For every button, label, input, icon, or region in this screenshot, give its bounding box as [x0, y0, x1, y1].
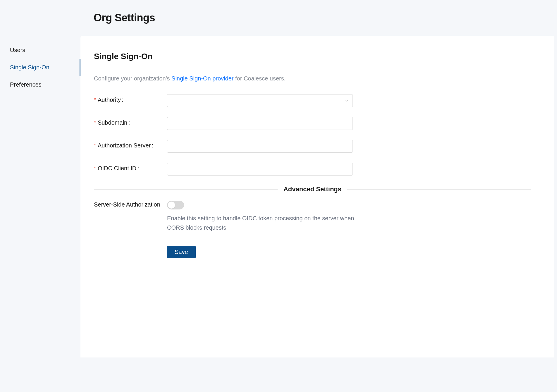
chevron-down-icon [345, 99, 348, 102]
field-control-wrap [167, 140, 353, 153]
server-side-auth-toggle[interactable] [167, 201, 184, 209]
required-indicator: * [94, 120, 96, 125]
sidebar-item-users[interactable]: Users [0, 42, 80, 59]
sso-provider-link[interactable]: Single Sign-On provider [171, 75, 233, 82]
field-label-oidc-client-id: *OIDC Client ID [94, 163, 167, 172]
save-row: Save [94, 246, 531, 258]
label-text: OIDC Client ID [98, 165, 138, 171]
layout-row: Users Single Sign-On Preferences Single … [0, 36, 557, 357]
section-description: Configure your organization's Single Sig… [94, 75, 531, 82]
field-label-authorization-server: *Authorization Server [94, 140, 167, 149]
label-text: Subdomain [98, 119, 129, 126]
sidebar-item-single-sign-on[interactable]: Single Sign-On [0, 59, 80, 76]
sidebar-item-label: Users [10, 47, 25, 53]
sidebar-item-label: Preferences [10, 81, 42, 88]
field-row-authorization-server: *Authorization Server [94, 140, 531, 153]
divider-label: Advanced Settings [278, 185, 347, 193]
label-text: Authorization Server [98, 142, 153, 149]
divider-line-right [347, 189, 531, 190]
save-button[interactable]: Save [167, 246, 196, 258]
field-row-oidc-client-id: *OIDC Client ID [94, 163, 531, 176]
required-indicator: * [94, 97, 96, 103]
divider-line-left [94, 189, 278, 190]
page-title: Org Settings [94, 12, 557, 24]
sso-settings-card: Single Sign-On Configure your organizati… [80, 36, 554, 357]
field-control-wrap [167, 94, 353, 107]
label-text: Authority [98, 97, 123, 103]
required-indicator: * [94, 142, 96, 148]
field-control-wrap [167, 117, 353, 130]
field-label-subdomain: *Subdomain [94, 117, 167, 126]
field-control-wrap: Enable this setting to handle OIDC token… [167, 201, 531, 232]
sidebar-item-preferences[interactable]: Preferences [0, 76, 80, 93]
description-suffix: for Coalesce users. [233, 75, 286, 82]
section-heading: Single Sign-On [94, 52, 531, 61]
authority-select[interactable] [167, 94, 353, 107]
field-row-server-side-auth: Server-Side Authorization Enable this se… [94, 201, 531, 232]
field-row-authority: *Authority [94, 94, 531, 107]
field-label-authority: *Authority [94, 94, 167, 103]
settings-sidebar: Users Single Sign-On Preferences [0, 36, 80, 93]
subdomain-input[interactable] [167, 117, 353, 130]
label-text: Server-Side Authorization [94, 201, 160, 208]
sidebar-item-label: Single Sign-On [10, 64, 49, 71]
description-prefix: Configure your organization's [94, 75, 171, 82]
required-indicator: * [94, 165, 96, 171]
field-row-subdomain: *Subdomain [94, 117, 531, 130]
field-label-server-side-auth: Server-Side Authorization [94, 201, 167, 208]
advanced-settings-divider: Advanced Settings [94, 185, 531, 193]
server-side-auth-help-text: Enable this setting to handle OIDC token… [167, 214, 354, 232]
toggle-knob [168, 202, 175, 209]
field-control-wrap [167, 163, 353, 176]
page-header: Org Settings [0, 0, 557, 36]
authorization-server-input[interactable] [167, 140, 353, 153]
oidc-client-id-input[interactable] [167, 163, 353, 176]
